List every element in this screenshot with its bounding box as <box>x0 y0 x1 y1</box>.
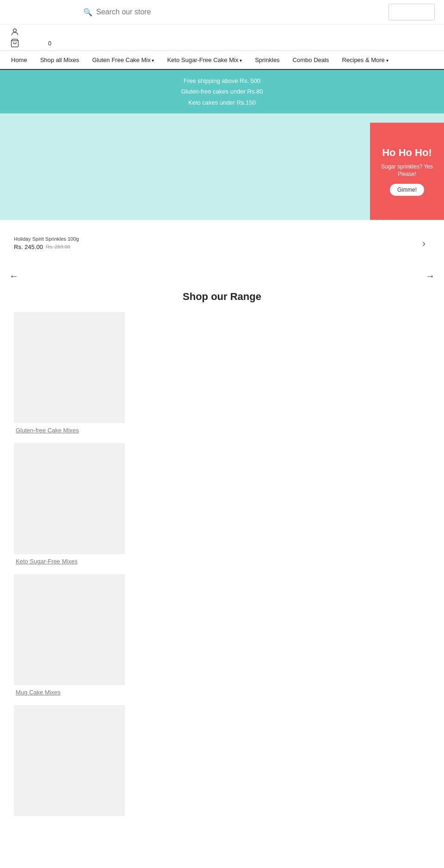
nav-link-keto[interactable]: Keto Sugar-Free Cake Mix <box>160 51 248 69</box>
range-item-keto: Keto Sugar-Free Mixes <box>14 443 430 565</box>
range-item-mug-cake: Mug Cake Mixes <box>14 574 430 696</box>
range-image-gluten-free <box>14 312 125 423</box>
banner-line-3: Keto cakes under Rs.150 <box>9 97 435 108</box>
nav-link-combo-deals[interactable]: Combo Deals <box>286 51 336 69</box>
cart-row: 0 <box>9 37 51 49</box>
nav-item-gluten-free[interactable]: Gluten Free Cake Mix <box>86 51 160 69</box>
nav-link-shop-all-mixes[interactable]: Shop all Mixes <box>34 51 86 69</box>
scroll-right-button[interactable]: › <box>418 236 430 250</box>
nav-link-recipes[interactable]: Recipes & More <box>335 51 395 69</box>
prev-arrow-button[interactable]: ← <box>9 271 18 281</box>
hero-subtitle: Sugar sprinkles? Yes Please! <box>376 163 438 179</box>
price-current: Rs. 245.00 <box>14 244 43 250</box>
hero-card: Ho Ho Ho! Sugar sprinkles? Yes Please! G… <box>370 123 444 220</box>
icon-bar: 0 <box>0 25 444 50</box>
range-label-mug-cake[interactable]: Mug Cake Mixes <box>14 689 61 696</box>
svg-point-0 <box>13 29 17 32</box>
hero-cta-button[interactable]: Gimme! <box>390 184 424 196</box>
search-area: 🔍 <box>83 8 314 17</box>
search-input[interactable] <box>96 8 235 16</box>
hero-title: Ho Ho Ho! <box>382 147 432 159</box>
banner-line-2: Gluten-free cakes under Rs.80 <box>9 86 435 97</box>
range-image-extra <box>14 705 125 816</box>
product-scroll-area: Holiday Spirit Sprinkles 100g Rs. 245.00… <box>0 220 444 266</box>
product-card-sprinkles: Holiday Spirit Sprinkles 100g Rs. 245.00… <box>14 236 79 250</box>
range-label-gluten-free[interactable]: Gluten-free Cake Mixes <box>14 427 79 434</box>
nav-link-sprinkles[interactable]: Sprinkles <box>248 51 286 69</box>
hero-section: Ho Ho Ho! Sugar sprinkles? Yes Please! G… <box>0 113 444 220</box>
range-image-keto <box>14 443 125 554</box>
range-grid: Gluten-free Cake Mixes Keto Sugar-Free M… <box>9 312 435 820</box>
cart-count: 0 <box>48 40 51 47</box>
range-item-gluten-free: Gluten-free Cake Mixes <box>14 312 430 434</box>
search-icon: 🔍 <box>83 8 92 17</box>
top-bar: 🔍 <box>0 0 444 25</box>
nav-item-keto[interactable]: Keto Sugar-Free Cake Mix <box>160 51 248 69</box>
range-image-mug-cake <box>14 574 125 685</box>
range-item-extra <box>14 705 430 820</box>
nav-arrows-row: ← → <box>0 266 444 286</box>
nav-item-sprinkles[interactable]: Sprinkles <box>248 51 286 69</box>
next-arrow-button[interactable]: → <box>426 271 435 281</box>
banner-line-1: Free shipping above Rs. 500 <box>9 75 435 86</box>
nav-link-gluten-free[interactable]: Gluten Free Cake Mix <box>86 51 160 69</box>
nav-item-shop-all-mixes[interactable]: Shop all Mixes <box>34 51 86 69</box>
range-label-keto[interactable]: Keto Sugar-Free Mixes <box>14 558 78 565</box>
main-nav: Home Shop all Mixes Gluten Free Cake Mix… <box>0 50 444 70</box>
nav-item-recipes[interactable]: Recipes & More <box>335 51 395 69</box>
nav-item-home[interactable]: Home <box>5 51 34 69</box>
nav-item-combo-deals[interactable]: Combo Deals <box>286 51 336 69</box>
product-name: Holiday Spirit Sprinkles 100g <box>14 236 79 242</box>
nav-link-home[interactable]: Home <box>5 51 34 69</box>
price-original: Rs. 269.00 <box>46 244 70 250</box>
promo-banner: Free shipping above Rs. 500 Gluten-free … <box>0 70 444 113</box>
user-icon[interactable] <box>9 26 20 37</box>
shop-range-section: Shop our Range Gluten-free Cake Mixes Ke… <box>0 286 444 834</box>
product-prices: Rs. 245.00 Rs. 269.00 <box>14 244 79 250</box>
shop-range-heading: Shop our Range <box>9 291 435 303</box>
top-right-button[interactable] <box>388 4 435 20</box>
cart-icon[interactable] <box>9 37 20 49</box>
